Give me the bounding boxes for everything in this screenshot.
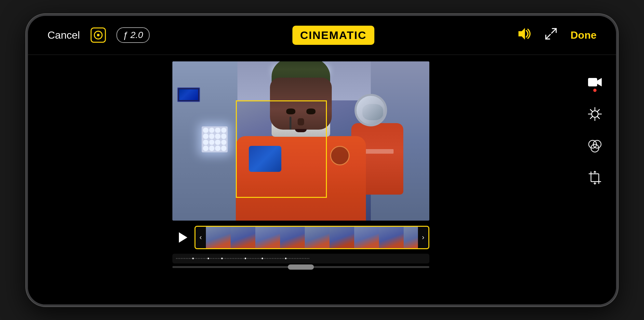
cinematic-badge[interactable]: CINEMATIC [292, 26, 374, 45]
focus-track-dot [238, 258, 239, 259]
focus-track-dot [265, 258, 266, 259]
focus-track-dot [297, 258, 298, 259]
light-dot [209, 128, 215, 133]
filmstrip-frame[interactable] [329, 227, 354, 248]
video-player[interactable] [172, 61, 429, 221]
play-button[interactable] [172, 228, 192, 247]
right-sidebar [574, 55, 616, 306]
focus-track-dot [299, 258, 300, 259]
focus-track-dot [196, 258, 197, 259]
focus-track-dot [179, 258, 180, 259]
focus-track-dot [258, 258, 259, 259]
volume-icon[interactable] [517, 28, 531, 43]
svg-line-9 [546, 34, 550, 39]
play-icon [179, 232, 187, 243]
phone-frame: Cancel ƒ 2.0 CINEMATIC [26, 14, 618, 306]
controls-area: ‹ › [172, 224, 429, 268]
focus-track-dot [289, 258, 290, 259]
focus-track-dot [275, 258, 276, 259]
timeline-strip: ‹ › [172, 224, 429, 250]
suit-chest-detail2 [330, 146, 350, 165]
main-content: ‹ › [28, 55, 616, 306]
focus-track-dot [215, 258, 216, 259]
light-panel-grid [203, 128, 226, 151]
light-dot [221, 140, 227, 145]
frame-thumbnail [206, 227, 231, 248]
focus-track-dot [182, 258, 183, 259]
resize-icon[interactable] [544, 27, 557, 43]
filmstrip-frame[interactable] [206, 227, 231, 248]
focus-track-dot [305, 258, 306, 259]
side-button-right [617, 87, 618, 104]
monitor-screen [179, 89, 198, 100]
svg-marker-3 [518, 28, 525, 40]
color-tool[interactable] [587, 138, 603, 154]
focus-icon-button[interactable] [90, 27, 107, 44]
frame-thumbnail [231, 227, 255, 248]
filmstrip-frame[interactable] [231, 227, 255, 248]
light-dot [209, 146, 215, 151]
focus-track-dot [280, 258, 281, 259]
focus-track-dot [203, 258, 204, 259]
light-dot [203, 128, 208, 133]
scrubber-bar[interactable] [172, 266, 429, 268]
light-dot [203, 134, 208, 139]
focus-track-dot [303, 258, 304, 259]
focus-track-dot [294, 258, 295, 259]
fg-head [265, 61, 337, 133]
scrubber-thumb[interactable] [288, 264, 314, 270]
focus-track-dot [195, 258, 195, 259]
focus-track-dot [199, 258, 200, 259]
focus-track-dot [252, 258, 253, 259]
focus-track-dot [255, 258, 256, 259]
filmstrip-arrow-left[interactable]: ‹ [195, 226, 206, 249]
filmstrip-frame[interactable] [255, 227, 280, 248]
done-button[interactable]: Done [570, 29, 597, 41]
video-tool[interactable] [587, 74, 603, 90]
cancel-button[interactable]: Cancel [47, 29, 80, 41]
top-bar-center: CINEMATIC [292, 26, 374, 45]
frame-thumbnail [379, 227, 404, 248]
focus-track-dot [206, 258, 207, 259]
filmstrip-frame[interactable] [404, 227, 418, 248]
focus-track-dot [218, 258, 219, 259]
top-bar: Cancel ƒ 2.0 CINEMATIC [28, 16, 616, 55]
focus-track-dot [253, 258, 254, 259]
fg-face [270, 78, 332, 130]
adjust-tool[interactable] [587, 106, 603, 122]
focus-track-dot [240, 258, 241, 259]
video-camera-icon [587, 74, 603, 90]
filmstrip-arrow-right[interactable]: › [418, 226, 428, 249]
filmstrip-frame[interactable] [354, 227, 379, 248]
focus-track-dot [269, 258, 270, 259]
focus-track-dot [285, 258, 287, 259]
foreground-astronaut [226, 61, 376, 221]
focus-track-dot [290, 258, 291, 259]
frame-thumbnail [255, 227, 280, 248]
focus-track-dot [257, 258, 258, 259]
focus-track-dot [178, 258, 179, 259]
focus-track-dot [308, 258, 309, 259]
focus-track-dot [307, 258, 308, 259]
svg-rect-10 [588, 78, 597, 86]
light-dot [209, 140, 215, 145]
light-panel [202, 126, 228, 152]
focus-track-dot [264, 258, 265, 259]
focus-track-dot [233, 258, 234, 259]
focus-track-dot [278, 258, 279, 259]
focus-track-dot [302, 258, 303, 259]
focus-track-dot [191, 258, 192, 259]
monitor [177, 87, 200, 102]
filmstrip-frame[interactable] [280, 227, 305, 248]
aperture-badge[interactable]: ƒ 2.0 [116, 27, 150, 43]
suit-chest-detail [249, 146, 281, 172]
focus-track[interactable] [172, 254, 429, 263]
recording-indicator [593, 89, 597, 92]
filmstrip[interactable]: ‹ › [195, 226, 429, 249]
svg-marker-11 [597, 78, 602, 86]
crop-tool[interactable] [587, 170, 603, 186]
filmstrip-frame[interactable] [305, 227, 329, 248]
light-dot [215, 140, 221, 145]
light-dot [221, 134, 227, 139]
filmstrip-frame[interactable] [379, 227, 404, 248]
